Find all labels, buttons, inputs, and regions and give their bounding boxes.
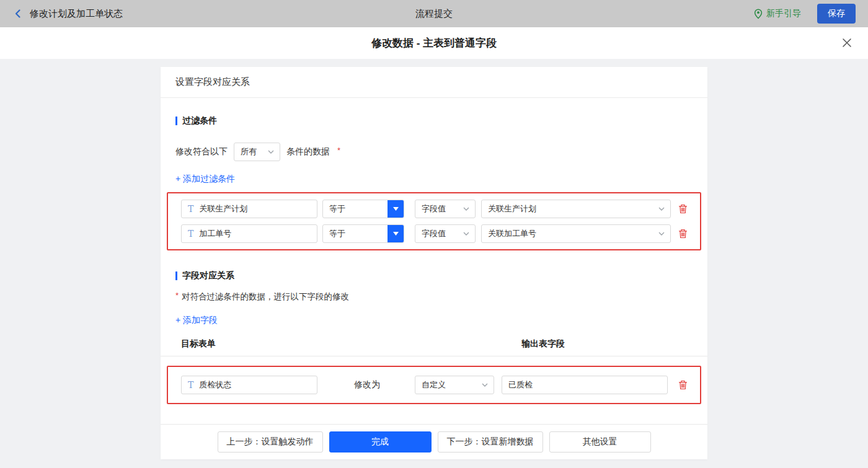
condition-mode-select[interactable]: 所有 (234, 143, 280, 161)
topbar-left: 修改计划及加工单状态 (12, 8, 123, 20)
filter-row: T 关联生产计划 等于 字段值 (181, 200, 687, 218)
dialog-header: 修改数据 - 主表到普通字段 (0, 27, 868, 59)
card-header: 设置字段对应关系 (161, 67, 707, 98)
add-field-link[interactable]: + 添加字段 (175, 315, 218, 326)
value-type-value: 字段值 (422, 203, 446, 214)
required-mark: * (337, 146, 340, 155)
mapping-section: 字段对应关系 * 对符合过滤条件的数据，进行以下字段的修改 + 添加字段 目标表… (175, 270, 693, 404)
modify-to-label: 修改为 (354, 379, 380, 391)
other-settings-button[interactable]: 其他设置 (549, 431, 651, 453)
guide-label: 新手引导 (766, 8, 801, 19)
highlight-box-filters: T 关联生产计划 等于 字段值 (167, 192, 701, 250)
page-title: 修改计划及加工单状态 (30, 8, 123, 20)
filter-field-value: 加工单号 (199, 228, 231, 239)
filter-section: 过滤条件 修改符合以下 所有 条件的数据 * + 添加过滤条件 (175, 115, 693, 250)
section-bar (175, 117, 177, 125)
text-field-icon: T (188, 229, 193, 238)
delete-row-trash-icon[interactable] (678, 380, 688, 390)
filter-section-title: 过滤条件 (175, 115, 693, 126)
filter-field-select[interactable]: T 关联生产计划 (181, 200, 317, 218)
compare-value: 关联加工单号 (488, 228, 536, 239)
compare-value-select[interactable]: 关联生产计划 (481, 200, 671, 218)
card-body: 过滤条件 修改符合以下 所有 条件的数据 * + 添加过滤条件 (161, 98, 707, 424)
operator-dropdown-button[interactable] (388, 225, 404, 242)
operator-dropdown-button[interactable] (388, 200, 404, 218)
card-footer: 上一步：设置触发动作 完成 下一步：设置新增数据 其他设置 (161, 424, 707, 459)
filter-suffix-label: 条件的数据 (286, 146, 330, 157)
done-button[interactable]: 完成 (329, 431, 432, 453)
mapping-table-headers: 目标表单 输出表字段 (175, 338, 693, 350)
settings-card: 设置字段对应关系 过滤条件 修改符合以下 所有 条件的数据 (161, 67, 707, 459)
operator-value: 等于 (323, 200, 388, 218)
next-step-button[interactable]: 下一步：设置新增数据 (438, 431, 543, 453)
chevron-down-icon (658, 207, 665, 211)
compare-value-select[interactable]: 关联加工单号 (481, 224, 671, 243)
topbar: 修改计划及加工单状态 流程提交 新手引导 保存 (0, 0, 868, 27)
chevron-down-icon (463, 207, 469, 211)
divider (161, 356, 707, 356)
filter-field-select[interactable]: T 加工单号 (181, 224, 317, 243)
value-type-select[interactable]: 字段值 (415, 224, 476, 243)
compare-value: 关联生产计划 (488, 203, 536, 214)
chevron-down-icon (658, 232, 665, 236)
dialog-title: 修改数据 - 主表到普通字段 (371, 36, 497, 50)
column-header-output: 输出表字段 (521, 338, 565, 350)
section-bar (175, 272, 177, 280)
output-type-value: 自定义 (422, 379, 446, 391)
text-field-icon: T (188, 381, 193, 389)
mapping-section-title: 字段对应关系 (175, 270, 693, 281)
text-field-icon: T (188, 205, 193, 213)
filter-field-value: 关联生产计划 (199, 203, 247, 214)
mapping-description: * 对符合过滤条件的数据，进行以下字段的修改 (175, 291, 693, 302)
back-icon[interactable] (12, 8, 24, 19)
operator-value: 等于 (323, 225, 388, 242)
value-type-value: 字段值 (422, 228, 446, 239)
prev-step-button[interactable]: 上一步：设置触发动作 (218, 431, 323, 453)
filter-config-row: 修改符合以下 所有 条件的数据 * (175, 143, 693, 161)
add-filter-condition-link[interactable]: + 添加过滤条件 (175, 174, 235, 185)
operator-select[interactable]: 等于 (322, 224, 404, 243)
mapping-row: T 质检状态 修改为 自定义 (181, 376, 687, 394)
save-button[interactable]: 保存 (817, 4, 856, 24)
topbar-center-title: 流程提交 (0, 8, 868, 20)
highlight-box-mapping: T 质检状态 修改为 自定义 (167, 366, 701, 404)
delete-row-trash-icon[interactable] (678, 229, 688, 239)
topbar-right: 新手引导 保存 (754, 4, 856, 24)
chevron-down-icon (482, 383, 488, 387)
filter-prefix-label: 修改符合以下 (175, 146, 228, 157)
required-mark: * (175, 291, 179, 300)
chevron-down-icon (268, 150, 274, 154)
target-field-value: 质检状态 (199, 379, 231, 391)
delete-row-trash-icon[interactable] (678, 204, 688, 214)
close-icon[interactable] (842, 38, 852, 48)
output-value-input[interactable] (502, 376, 668, 394)
column-header-target: 目标表单 (181, 338, 216, 350)
condition-mode-value: 所有 (241, 146, 257, 157)
card-header-title: 设置字段对应关系 (175, 76, 250, 88)
target-field-select[interactable]: T 质检状态 (181, 376, 317, 394)
filter-row: T 加工单号 等于 字段值 (181, 224, 687, 243)
dialog-body: 设置字段对应关系 过滤条件 修改符合以下 所有 条件的数据 (0, 59, 868, 468)
guide-pin-icon (754, 9, 763, 19)
chevron-down-icon (463, 232, 469, 236)
beginner-guide-link[interactable]: 新手引导 (754, 8, 801, 19)
value-type-select[interactable]: 字段值 (415, 200, 476, 218)
output-type-select[interactable]: 自定义 (415, 376, 494, 394)
operator-select[interactable]: 等于 (322, 200, 404, 218)
